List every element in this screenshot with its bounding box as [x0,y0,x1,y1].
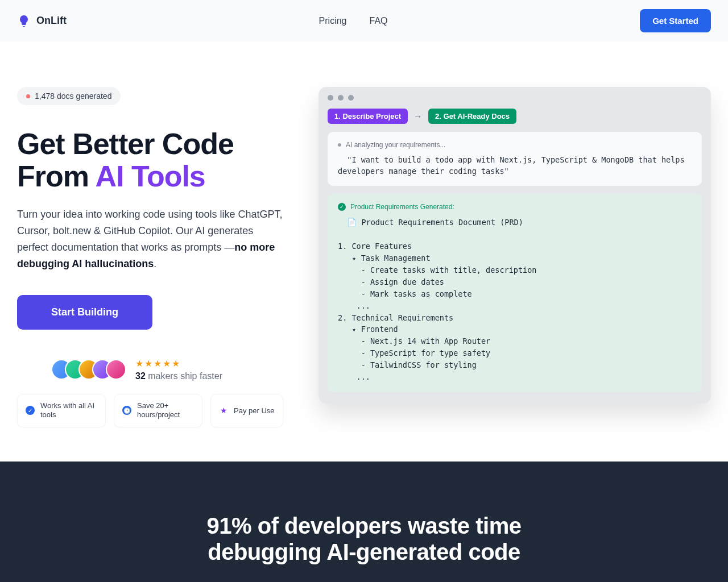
start-building-button[interactable]: Start Building [17,295,152,330]
output-card: ✓ Product Requirements Generated: 📄 Prod… [328,194,702,392]
window-controls [328,95,702,101]
hero-section: 1,478 docs generated Get Better Code Fro… [0,41,728,462]
arrow-icon: → [413,111,423,122]
social-proof: ★ ★ ★ ★ ★ 32 makers ship faster [51,358,284,381]
window-dot-icon [338,95,344,101]
step-describe: 1. Describe Project [328,109,408,124]
feature-chips: ✓ Works with all AI tools 🕑 Save 20+ hou… [17,394,284,428]
live-dot-icon [26,94,30,98]
window-dot-icon [348,95,354,101]
chip-pay-per-use: ★ Pay per Use [210,394,283,428]
check-icon: ✓ [26,406,35,415]
main-nav: Pricing FAQ [319,16,388,26]
get-started-button[interactable]: Get Started [640,9,711,32]
hero-heading: Get Better Code From AI Tools [17,128,284,193]
star-icon: ★ [154,358,162,369]
star-icon: ★ [172,358,180,369]
window-dot-icon [328,95,333,101]
bulb-icon [17,14,31,28]
chip-all-tools: ✓ Works with all AI tools [17,394,106,428]
badge-text: 1,478 docs generated [35,92,111,101]
nav-faq[interactable]: FAQ [370,16,388,26]
demo-window: 1. Describe Project → 2. Get AI-Ready Do… [318,87,711,404]
pulse-dot-icon [338,143,341,147]
star-icon: ★ [163,358,171,369]
clock-icon: 🕑 [122,406,131,415]
hero-left: 1,478 docs generated Get Better Code Fro… [17,87,284,427]
star-icon: ★ [135,358,143,369]
prd-document: 📄 Product Requirements Document (PRD) 1.… [338,217,692,383]
hero-accent: AI Tools [96,160,205,193]
analyzing-row: AI analyzing your requirements... [338,141,692,149]
input-card: AI analyzing your requirements... "I wan… [328,132,702,186]
star-rating: ★ ★ ★ ★ ★ [135,358,222,369]
chip-save-hours: 🕑 Save 20+ hours/project [114,394,202,428]
nav-pricing[interactable]: Pricing [319,16,347,26]
docs-badge: 1,478 docs generated [17,87,121,105]
step-get-docs: 2. Get AI-Ready Docs [428,109,516,124]
user-quote: "I want to build a todo app with Next.js… [338,155,692,177]
hero-subtext: Turn your idea into working code using t… [17,206,284,272]
makers-text: 32 makers ship faster [135,371,222,381]
brand-name: OnLift [36,15,67,27]
generated-row: ✓ Product Requirements Generated: [338,203,692,211]
avatar [106,359,126,380]
star-icon: ★ [144,358,152,369]
check-circle-icon: ✓ [338,203,346,211]
step-pills: 1. Describe Project → 2. Get AI-Ready Do… [328,109,702,124]
stats-heading: 91% of developers waste time debugging A… [165,513,563,565]
site-header: OnLift Pricing FAQ Get Started [0,0,728,41]
star-icon: ★ [219,406,228,415]
hero-right: 1. Describe Project → 2. Get AI-Ready Do… [318,87,711,427]
stats-section: 91% of developers waste time debugging A… [0,462,728,582]
avatar-stack [51,359,126,380]
brand-logo[interactable]: OnLift [17,14,67,28]
